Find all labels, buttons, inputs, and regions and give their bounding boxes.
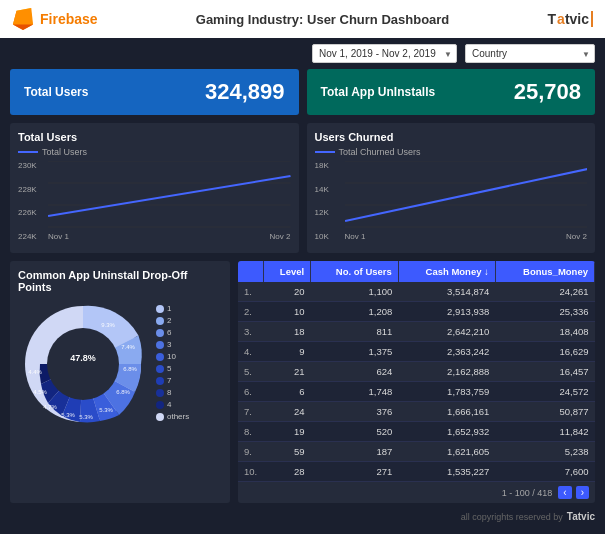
table-footer: 1 - 100 / 418 ‹ ›	[238, 482, 595, 503]
total-users-legend: Total Users	[18, 147, 291, 157]
churned-legend: Total Churned Users	[315, 147, 588, 157]
legend-item-others: others	[156, 412, 189, 421]
cell-level: 24	[263, 402, 310, 422]
cell-num: 9.	[238, 442, 263, 462]
svg-text:6.8%: 6.8%	[116, 389, 130, 395]
legend-text-2: 2	[167, 316, 171, 325]
x-axis-labels: Nov 1 Nov 2	[48, 232, 291, 241]
table-row: 6. 6 1,748 1,783,759 24,572	[238, 382, 595, 402]
users-churned-chart-title: Users Churned	[315, 131, 588, 143]
legend-dot-3	[156, 329, 164, 337]
svg-text:7.4%: 7.4%	[121, 344, 135, 350]
svg-text:9.3%: 9.3%	[101, 322, 115, 328]
cell-level: 18	[263, 322, 310, 342]
cell-users: 1,208	[311, 302, 399, 322]
table-row: 4. 9 1,375 2,363,242 16,629	[238, 342, 595, 362]
total-uninstalls-card: Total App UnInstalls 25,708	[307, 69, 596, 115]
legend-dot-others	[156, 413, 164, 421]
legend-text-7: 7	[167, 376, 171, 385]
cell-num: 10.	[238, 462, 263, 482]
legend-dot-1	[156, 305, 164, 313]
legend-dot-7	[156, 377, 164, 385]
cell-users: 1,375	[311, 342, 399, 362]
churned-chart-area: 18K 14K 12K 10K Nov 1 Nov 2	[315, 161, 588, 241]
cell-bonus: 5,238	[495, 442, 594, 462]
chart-svg-container	[48, 161, 291, 229]
legend-dot-8	[156, 389, 164, 397]
date-range-select[interactable]: Nov 1, 2019 - Nov 2, 2019	[312, 44, 457, 63]
legend-text-9: 4	[167, 400, 171, 409]
date-range-wrapper[interactable]: Nov 1, 2019 - Nov 2, 2019	[312, 44, 457, 63]
country-wrapper[interactable]: Country	[465, 44, 595, 63]
pagination-nav[interactable]: ‹ ›	[558, 486, 589, 499]
legend-line	[18, 151, 38, 153]
table-row: 10. 28 271 1,535,227 7,600	[238, 462, 595, 482]
next-page-button[interactable]: ›	[576, 486, 589, 499]
cell-level: 19	[263, 422, 310, 442]
total-uninstalls-value: 25,708	[514, 79, 581, 105]
users-churned-chart: Users Churned Total Churned Users 18K 14…	[307, 123, 596, 253]
cell-level: 28	[263, 462, 310, 482]
svg-text:4.4%: 4.4%	[28, 369, 42, 375]
legend-item-9: 4	[156, 400, 189, 409]
cell-bonus: 11,842	[495, 422, 594, 442]
cell-cash: 2,642,210	[398, 322, 495, 342]
cell-users: 376	[311, 402, 399, 422]
header: Firebase Gaming Industry: User Churn Das…	[0, 0, 605, 38]
cell-bonus: 24,572	[495, 382, 594, 402]
country-select[interactable]: Country	[465, 44, 595, 63]
firebase-logo: Firebase	[12, 6, 98, 32]
total-users-card: Total Users 324,899	[10, 69, 299, 115]
col-users[interactable]: No. of Users	[311, 261, 399, 282]
legend-item-5: 10	[156, 352, 189, 361]
cell-level: 59	[263, 442, 310, 462]
cell-num: 5.	[238, 362, 263, 382]
cell-num: 6.	[238, 382, 263, 402]
table-row: 9. 59 187 1,621,605 5,238	[238, 442, 595, 462]
churned-x-labels: Nov 1 Nov 2	[345, 232, 588, 241]
table-header-row: Level No. of Users Cash Money ↓ Bonus_Mo…	[238, 261, 595, 282]
svg-marker-3	[13, 25, 33, 31]
legend-text-6: 5	[167, 364, 171, 373]
legend-item-7: 7	[156, 376, 189, 385]
col-level[interactable]: Level	[263, 261, 310, 282]
y-label-1: 230K	[18, 161, 46, 170]
cell-users: 271	[311, 462, 399, 482]
cell-cash: 3,514,874	[398, 282, 495, 302]
donut-container: 9.3% 7.4% 6.8% 6.8% 5.3% 5.3% 5.3% 4.7% …	[18, 299, 222, 429]
table-row: 3. 18 811 2,642,210 18,408	[238, 322, 595, 342]
firebase-text: Firebase	[40, 11, 98, 27]
cell-level: 21	[263, 362, 310, 382]
y-label-4: 224K	[18, 232, 46, 241]
cell-num: 2.	[238, 302, 263, 322]
legend-text-1: 1	[167, 304, 171, 313]
col-cash[interactable]: Cash Money ↓	[398, 261, 495, 282]
churned-x-start: Nov 1	[345, 232, 366, 241]
total-users-chart-title: Total Users	[18, 131, 291, 143]
svg-text:4.7%: 4.7%	[43, 404, 57, 410]
col-num	[238, 261, 263, 282]
churned-svg	[345, 161, 588, 229]
churned-svg-container	[345, 161, 588, 229]
legend-item-6: 5	[156, 364, 189, 373]
churned-y-1: 18K	[315, 161, 343, 170]
table-row: 5. 21 624 2,162,888 16,457	[238, 362, 595, 382]
y-label-2: 228K	[18, 185, 46, 194]
total-users-label: Total Users	[24, 85, 88, 99]
cell-level: 6	[263, 382, 310, 402]
table-row: 1. 20 1,100 3,514,874 24,261	[238, 282, 595, 302]
legend-dot-4	[156, 341, 164, 349]
churned-y-4: 10K	[315, 232, 343, 241]
bottom-row: Common App Uninstall Drop-Off Points	[0, 261, 605, 509]
cell-cash: 1,666,161	[398, 402, 495, 422]
tatvic-dot: a	[557, 11, 565, 27]
prev-page-button[interactable]: ‹	[558, 486, 571, 499]
cell-level: 10	[263, 302, 310, 322]
col-bonus[interactable]: Bonus_Money	[495, 261, 594, 282]
kpi-row: Total Users 324,899 Total App UnInstalls…	[0, 69, 605, 123]
svg-text:5.3%: 5.3%	[61, 412, 75, 418]
churned-x-end: Nov 2	[566, 232, 587, 241]
cell-cash: 1,621,605	[398, 442, 495, 462]
legend-dot-2	[156, 317, 164, 325]
legend-dot-9	[156, 401, 164, 409]
